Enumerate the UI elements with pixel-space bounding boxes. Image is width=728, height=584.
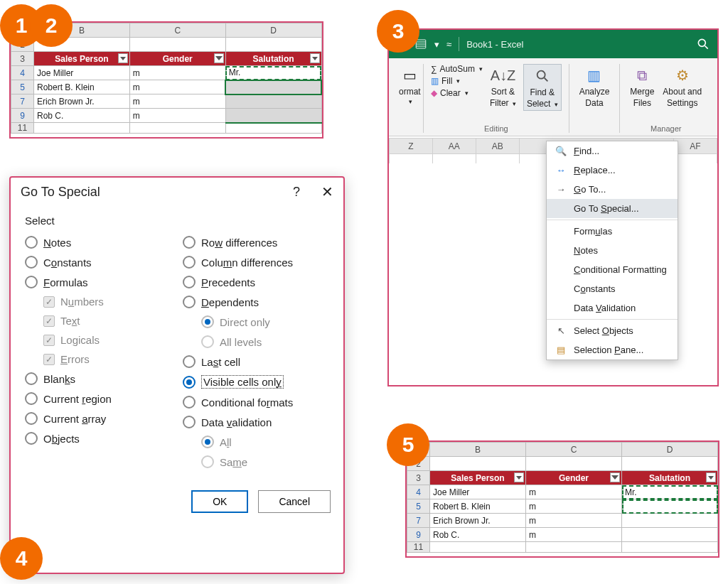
cell-selected[interactable] xyxy=(225,80,321,94)
row-header[interactable]: 11 xyxy=(407,542,430,553)
cell[interactable]: Joe Miller xyxy=(34,66,130,80)
cell[interactable] xyxy=(622,514,718,528)
cell[interactable] xyxy=(225,38,321,52)
cell-copied[interactable]: Mr. xyxy=(225,66,321,80)
menu-find[interactable]: 🔍Find... xyxy=(547,141,678,161)
cell[interactable]: Erich Brown Jr. xyxy=(430,514,526,528)
menu-cond-format[interactable]: Conditional Formatting xyxy=(547,260,678,279)
cell[interactable]: m xyxy=(129,94,225,109)
menu-notes[interactable]: Notes xyxy=(547,241,678,260)
table-header-sales-person[interactable]: Sales Person xyxy=(34,52,130,66)
row-header[interactable]: 5 xyxy=(407,499,430,514)
find-select-button[interactable]: Find &Select ▾ xyxy=(523,64,562,111)
cell[interactable]: m xyxy=(526,485,622,499)
cell-active[interactable] xyxy=(622,499,718,514)
ok-button[interactable]: OK xyxy=(191,490,248,513)
cell[interactable]: Robert B. Klein xyxy=(34,80,130,94)
row-header[interactable]: 11 xyxy=(11,123,34,134)
row-header[interactable]: 3 xyxy=(11,52,34,66)
cell[interactable]: m xyxy=(129,80,225,94)
opt-current-array[interactable]: Current array xyxy=(25,409,171,428)
opt-formulas[interactable]: Formulas xyxy=(25,272,171,292)
menu-goto-special[interactable]: Go To Special... xyxy=(547,199,678,218)
table-header-gender[interactable]: Gender xyxy=(129,52,225,66)
help-icon[interactable]: ? xyxy=(293,185,300,200)
menu-formulas[interactable]: Formulas xyxy=(547,222,678,241)
menu-constants[interactable]: Constants xyxy=(547,279,678,298)
row-header[interactable]: 5 xyxy=(11,80,34,94)
filter-icon[interactable] xyxy=(706,472,716,482)
about-settings-button[interactable]: ⚙About andSettings xyxy=(660,64,705,109)
excel-table-5[interactable]: B C D 2 3 Sales Person Gender Salutation… xyxy=(407,442,718,553)
row-header[interactable]: 9 xyxy=(11,109,34,123)
opt-current-region[interactable]: Current region xyxy=(25,389,171,409)
cell[interactable]: Erich Brown Jr. xyxy=(34,94,130,109)
col-header[interactable]: D xyxy=(225,23,321,38)
cell[interactable]: Joe Miller xyxy=(430,485,526,499)
table-header-gender[interactable]: Gender xyxy=(526,471,622,485)
opt-precedents[interactable]: Precedents xyxy=(183,272,329,292)
sort-filter-button[interactable]: A↓Z Sort &Filter ▾ xyxy=(487,64,519,111)
merge-files-button[interactable]: ⧉MergeFiles xyxy=(627,64,657,109)
cancel-button[interactable]: Cancel xyxy=(258,490,331,513)
cell[interactable]: m xyxy=(129,109,225,123)
opt-constants[interactable]: Constants xyxy=(25,252,171,272)
opt-blanks[interactable]: Blanks xyxy=(25,369,171,389)
opt-conditional-formats[interactable]: Conditional formats xyxy=(183,392,329,412)
opt-visible-cells[interactable]: Visible cells only xyxy=(183,372,329,392)
opt-col-diff[interactable]: Column differences xyxy=(183,252,329,272)
opt-data-validation[interactable]: Data validation xyxy=(183,412,329,432)
col-header[interactable]: B xyxy=(430,443,526,457)
row-header[interactable]: 9 xyxy=(407,528,430,542)
opt-notes[interactable]: Notes xyxy=(25,232,171,252)
opt-row-diff[interactable]: Row differences xyxy=(183,232,329,252)
autosum-button[interactable]: ∑AutoSum▾ xyxy=(431,64,483,74)
opt-objects[interactable]: Objects xyxy=(25,428,171,448)
col-header[interactable]: D xyxy=(622,443,718,457)
table-header-salutation[interactable]: Salutation xyxy=(225,52,321,66)
overflow-icon[interactable]: ≈ xyxy=(446,39,451,50)
filter-icon[interactable] xyxy=(310,53,320,63)
col-header[interactable]: AA xyxy=(432,139,476,154)
chevron-down-icon[interactable]: ▾ xyxy=(434,39,439,50)
close-icon[interactable]: ✕ xyxy=(321,183,333,200)
filter-icon[interactable] xyxy=(118,53,128,63)
opt-last-cell[interactable]: Last cell xyxy=(183,352,329,372)
col-header[interactable]: C xyxy=(526,443,622,457)
table-header-sales-person[interactable]: Sales Person xyxy=(430,471,526,485)
cell[interactable] xyxy=(129,38,225,52)
row-header[interactable]: 7 xyxy=(407,514,430,528)
row-header[interactable]: 7 xyxy=(11,94,34,109)
fill-button[interactable]: ▥Fill▾ xyxy=(431,76,483,86)
clear-button[interactable]: ◆Clear▾ xyxy=(431,88,483,98)
cell[interactable]: Rob C. xyxy=(430,528,526,542)
cell[interactable]: m xyxy=(526,499,622,514)
col-header[interactable]: AB xyxy=(476,139,519,154)
col-header[interactable]: Z xyxy=(390,139,433,154)
cell[interactable]: Rob C. xyxy=(34,109,130,123)
menu-replace[interactable]: ↔Replace... xyxy=(547,161,678,180)
cell[interactable]: m xyxy=(526,528,622,542)
search-icon[interactable] xyxy=(695,36,712,53)
cell-copied[interactable]: Mr. xyxy=(622,485,718,499)
analyze-data-button[interactable]: ▥AnalyzeData xyxy=(577,64,613,109)
row-header[interactable]: 4 xyxy=(407,485,430,499)
col-header[interactable]: AF xyxy=(674,139,717,154)
cell[interactable]: m xyxy=(526,514,622,528)
filter-icon[interactable] xyxy=(514,472,524,482)
filter-active-icon[interactable] xyxy=(214,53,224,63)
cell-selected[interactable] xyxy=(225,94,321,109)
cell-selected[interactable] xyxy=(225,109,321,123)
row-header[interactable]: 3 xyxy=(407,471,430,485)
cell[interactable]: m xyxy=(129,66,225,80)
opt-dependents[interactable]: Dependents xyxy=(183,292,329,312)
menu-data-validation[interactable]: Data Validation xyxy=(547,298,678,318)
table-header-salutation[interactable]: Salutation xyxy=(622,471,718,485)
menu-select-objects[interactable]: ↖Select Objects xyxy=(547,321,678,340)
menu-selection-pane[interactable]: ▤Selection Pane... xyxy=(547,340,678,359)
menu-goto[interactable]: →Go To... xyxy=(547,180,678,199)
cell[interactable]: Robert B. Klein xyxy=(430,499,526,514)
filter-active-icon[interactable] xyxy=(610,472,620,482)
format-button[interactable]: ▭ormat▾ xyxy=(396,64,424,107)
col-header[interactable]: C xyxy=(129,23,225,38)
